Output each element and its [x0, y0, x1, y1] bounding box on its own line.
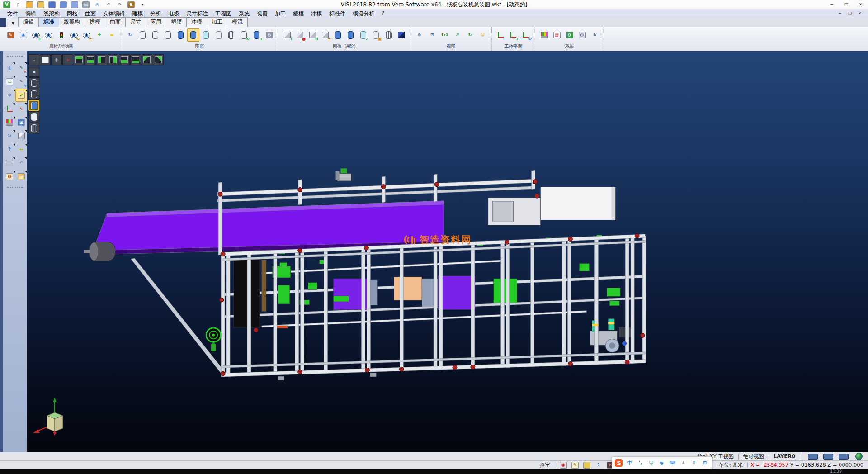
solid-section-icon[interactable] — [332, 28, 344, 42]
vp-shaded-icon[interactable] — [28, 100, 39, 111]
view-cube-back-icon[interactable] — [119, 54, 130, 65]
view-cube-front-icon[interactable] — [85, 54, 96, 65]
menu-item-?[interactable]: ? — [378, 10, 388, 18]
solid-mesh-icon[interactable] — [382, 28, 395, 42]
axis-origin-icon[interactable]: + — [62, 54, 73, 65]
display-hidden-line-icon[interactable] — [162, 28, 174, 42]
show-all-icon[interactable]: ✚ — [93, 28, 105, 42]
ime-skin-icon[interactable]: T — [689, 458, 698, 468]
preview-page-icon[interactable]: ◉ — [17, 28, 29, 42]
save-all-icon[interactable] — [70, 0, 80, 9]
solids-toggle-icon[interactable]: ± — [319, 28, 331, 42]
menu-item-加工[interactable]: 加工 — [271, 10, 289, 18]
measure-distance-icon[interactable]: ↔ — [15, 143, 28, 156]
view-observer-icon[interactable]: ☺ — [476, 28, 489, 42]
dynamic-rotate-icon[interactable]: ♞ — [126, 0, 136, 9]
curve-edit-icon[interactable]: ∿ — [15, 102, 28, 115]
solids-refresh-icon[interactable]: ↻ — [307, 28, 319, 42]
refresh-icon[interactable]: ↻ — [4, 129, 16, 142]
refresh-visibility-icon[interactable]: ↻ — [68, 28, 80, 42]
layer-field[interactable]: LAYER0 — [772, 453, 797, 460]
minimize-button[interactable]: ─ — [825, 0, 839, 9]
edit-note-icon[interactable]: ✎ — [570, 461, 580, 469]
zoom-filter-icon[interactable]: ◎ — [4, 62, 16, 75]
track-point-icon[interactable]: ◉ — [558, 461, 569, 469]
ime-punctuation-icon[interactable]: ’, — [636, 458, 645, 468]
ime-emoji-icon[interactable]: ☺ — [646, 458, 656, 468]
navigation-wheel-icon[interactable]: ☸ — [4, 170, 16, 183]
menu-item-塑模[interactable]: 塑模 — [289, 10, 307, 18]
menu-item-电极[interactable]: 电极 — [165, 10, 183, 18]
ime-voice-icon[interactable]: ψ — [657, 458, 666, 468]
menu-item-实体编辑[interactable]: 实体编辑 — [99, 10, 128, 18]
toolbar-grip[interactable] — [7, 56, 23, 59]
regen-solid-icon[interactable]: ↻ — [238, 28, 250, 42]
menu-item-视窗[interactable]: 视窗 — [253, 10, 271, 18]
zoom-1to1-icon[interactable]: 1:1 — [439, 28, 451, 42]
ime-keyboard-icon[interactable]: ⌨ — [668, 458, 677, 468]
clipboard-folder-icon[interactable]: ▤ — [15, 170, 28, 183]
redo-icon[interactable]: ↷ — [115, 0, 125, 9]
edit-delete-icon[interactable]: ✎✕ — [15, 62, 28, 75]
workplane-create-icon[interactable]: + — [507, 28, 519, 42]
toggle-visibility-icon[interactable]: ± — [80, 28, 93, 42]
save-icon[interactable] — [47, 0, 57, 9]
menu-item-网格[interactable]: 网格 — [63, 10, 81, 18]
vp-transparent-icon[interactable] — [28, 111, 39, 122]
pen-color-swatch[interactable] — [823, 452, 834, 460]
undo-gray-icon[interactable]: ↶ — [15, 156, 28, 170]
menu-item-冲模[interactable]: 冲模 — [307, 10, 326, 18]
units-field[interactable]: 单位: 毫米 — [717, 462, 745, 469]
snap-toggle[interactable]: 拴宇 — [538, 462, 552, 469]
maximize-button[interactable]: □ — [839, 0, 854, 9]
display-ghost-icon[interactable] — [212, 28, 225, 42]
help-question-icon[interactable]: ? — [4, 143, 16, 156]
menu-item-系统[interactable]: 系统 — [235, 10, 253, 18]
tab-塑膜[interactable]: 塑膜 — [166, 17, 187, 27]
view-cube-iso-icon[interactable] — [142, 54, 152, 65]
tab-线架构[interactable]: 线架构 — [59, 17, 85, 27]
snap-settings-icon[interactable]: ∗ — [589, 28, 601, 42]
hide-all-icon[interactable]: ▬ — [106, 28, 118, 42]
world-globe-icon[interactable] — [854, 452, 864, 460]
sketch-curve-icon[interactable]: ✎∿ — [15, 75, 28, 88]
color-palette-icon[interactable] — [538, 28, 550, 42]
tab-模流[interactable]: 模流 — [227, 17, 248, 27]
tab-标准[interactable]: 标准 — [38, 17, 59, 27]
render-settings-icon[interactable]: ⚙ — [263, 28, 275, 42]
view-mode-field[interactable]: 绝对视图 — [741, 453, 766, 460]
workplane-align-icon[interactable]: ↻ — [520, 28, 532, 42]
tab-尺寸[interactable]: 尺寸 — [125, 17, 146, 27]
move-axis-icon[interactable] — [4, 102, 16, 115]
view-cube-iso2-icon[interactable] — [153, 54, 164, 65]
system-settings-icon[interactable]: ⚙ — [563, 28, 576, 42]
visi-logo-icon[interactable]: V — [2, 0, 12, 9]
display-outline-icon[interactable] — [149, 28, 161, 42]
print-icon[interactable]: ▤ — [81, 0, 91, 9]
color-table-icon[interactable]: ▦ — [551, 28, 563, 42]
mdi-restore-button[interactable]: ❐ — [845, 10, 854, 17]
vp-hatch-icon[interactable] — [28, 123, 39, 133]
menu-item-模流分析[interactable]: 模流分析 — [349, 10, 378, 18]
menu-item-线架构[interactable]: 线架构 — [40, 10, 63, 18]
undo-icon[interactable]: ↶ — [104, 0, 113, 9]
vp-outline-icon[interactable] — [28, 89, 39, 100]
toolbar-grip-bottom[interactable] — [7, 187, 23, 190]
layer-color-swatch[interactable] — [807, 452, 818, 460]
ime-toolbox-icon[interactable]: ⊞ — [700, 458, 709, 468]
mdi-close-button[interactable]: ✕ — [855, 10, 864, 17]
menu-item-曲面[interactable]: 曲面 — [81, 10, 99, 18]
new-file-icon[interactable]: ▯ — [13, 0, 23, 9]
plane-select-icon[interactable]: ▭ — [4, 75, 16, 88]
delete-trash-icon[interactable] — [4, 156, 16, 170]
menu-item-工程图[interactable]: 工程图 — [212, 10, 235, 18]
tab-曲面[interactable]: 曲面 — [105, 17, 126, 27]
display-wireframe-icon[interactable] — [137, 28, 149, 42]
menu-item-建模[interactable]: 建模 — [128, 10, 146, 18]
shaded-cube-icon[interactable] — [395, 28, 407, 42]
grid-window-icon[interactable]: ⊞ — [15, 116, 28, 129]
more-commands-icon[interactable]: ▾ — [137, 0, 147, 9]
solids-add-icon[interactable]: + — [281, 28, 293, 42]
show-entities-icon[interactable]: + — [30, 28, 42, 42]
ime-person-icon[interactable]: ♟ — [679, 458, 688, 468]
